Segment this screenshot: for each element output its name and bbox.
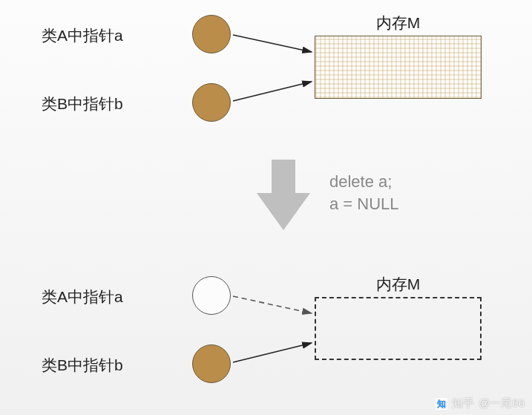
down-arrow-icon (257, 160, 310, 230)
svg-line-1 (233, 82, 312, 101)
bottom-pointer-b-circle (192, 344, 231, 383)
zhihu-icon: 知 (436, 398, 447, 410)
bottom-memory-title: 内存M (315, 274, 482, 295)
bottom-memory-box (315, 297, 482, 360)
svg-line-0 (233, 35, 312, 52)
transition-code: delete a; a = NULL (329, 171, 399, 215)
bottom-label-a: 类A中指针a (42, 287, 123, 307)
svg-line-3 (233, 343, 312, 362)
top-memory-box (315, 36, 482, 99)
top-pointer-a-circle (192, 15, 231, 53)
svg-line-2 (233, 296, 312, 313)
watermark: 知 知乎 @一尾66 (436, 396, 525, 411)
bottom-pointer-a-circle (192, 276, 231, 315)
watermark-site: 知乎 (452, 396, 474, 411)
top-pointer-b-circle (192, 83, 231, 122)
top-memory-title: 内存M (315, 13, 482, 33)
watermark-user: @一尾66 (479, 396, 525, 411)
top-label-b: 类B中指针b (42, 94, 123, 114)
top-label-a: 类A中指针a (42, 25, 123, 46)
bottom-label-b: 类B中指针b (42, 355, 123, 376)
